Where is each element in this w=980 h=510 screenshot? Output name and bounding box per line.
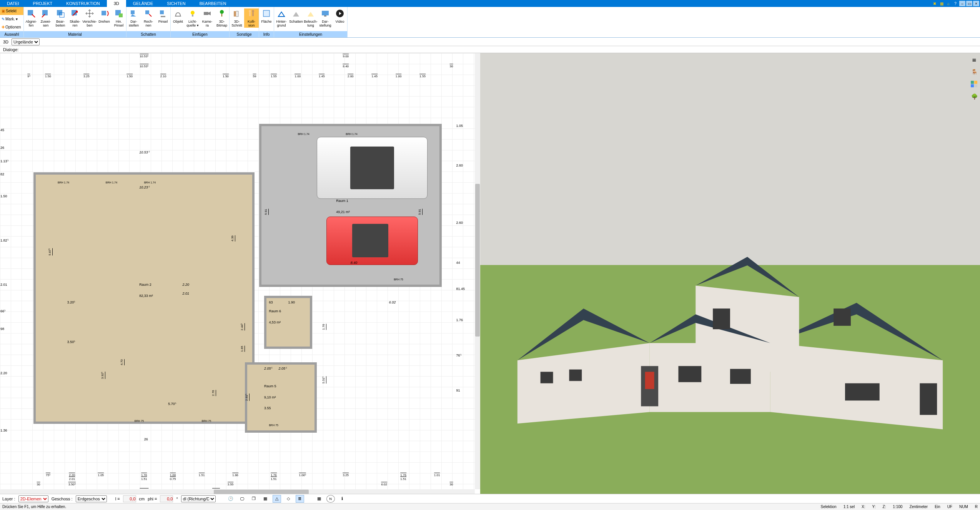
btn-abgreifen[interactable]: Abgrei-fen bbox=[24, 8, 38, 28]
btn-bearbeiten[interactable]: Bear-beiten bbox=[53, 8, 68, 28]
btn-zuweisen[interactable]: Zuwei-sen bbox=[38, 8, 53, 28]
north-icon[interactable]: N bbox=[326, 495, 335, 503]
btn-drehen[interactable]: Drehen bbox=[97, 8, 111, 24]
btn-3d-bitmap[interactable]: 3D-Bitmap bbox=[215, 8, 229, 28]
btn-3d-schnitt[interactable]: 3D-Schnitt bbox=[230, 8, 244, 28]
tool-icon[interactable]: ⌂ bbox=[945, 1, 952, 6]
grid-icon[interactable]: ▦ bbox=[315, 495, 323, 503]
btn-schatten-set[interactable]: Schatten bbox=[289, 8, 303, 24]
svg-rect-14 bbox=[234, 11, 236, 17]
layer-select[interactable]: Urgelände bbox=[12, 38, 40, 45]
brh: BRH 75 bbox=[394, 278, 403, 281]
close-icon[interactable]: × bbox=[973, 1, 979, 6]
dim: 1.51 bbox=[141, 477, 147, 481]
svg-rect-8 bbox=[175, 16, 181, 17]
minimize-icon[interactable]: – bbox=[959, 1, 965, 6]
dim: 1.13⁵ bbox=[0, 159, 9, 163]
l-unit: cm bbox=[139, 497, 145, 501]
status-uf: UF bbox=[947, 505, 952, 509]
btn-kamera[interactable]: Kame-ra bbox=[200, 8, 215, 28]
tab-bearbeiten[interactable]: BEARBEITEN bbox=[193, 0, 233, 7]
dl-select[interactable]: dl (Richtung/Di bbox=[181, 495, 216, 502]
dim: 1.90 bbox=[288, 300, 295, 304]
dim: 3.20⁵ bbox=[67, 300, 76, 304]
print3d-icon[interactable]: ❒ bbox=[250, 495, 258, 503]
layer-select[interactable]: 2D-Elemen bbox=[18, 495, 48, 502]
tab-3d[interactable]: 3D bbox=[107, 0, 126, 7]
tab-projekt[interactable]: PROJEKT bbox=[26, 0, 60, 7]
dim: 2.76 bbox=[211, 390, 216, 396]
btn-rechnen[interactable]: Rech-nen bbox=[141, 8, 156, 28]
btn-video[interactable]: Video bbox=[333, 8, 347, 24]
dim: 2.01 bbox=[69, 477, 75, 481]
monitor-icon[interactable]: 🖵 bbox=[238, 495, 246, 503]
room-2[interactable] bbox=[33, 172, 255, 424]
mark-button[interactable]: ✎Mark.▾ bbox=[0, 15, 23, 23]
vertical-scrollbar[interactable] bbox=[475, 53, 480, 489]
btn-lichtquelle[interactable]: Licht-quelle ▾ bbox=[185, 8, 200, 28]
tool-icon[interactable]: ✖ bbox=[932, 1, 938, 6]
dim: 10.53⁵ bbox=[139, 150, 150, 154]
dim: 0.75 bbox=[170, 477, 176, 481]
car-red[interactable] bbox=[326, 217, 418, 265]
layers2-icon[interactable]: ≣ bbox=[296, 495, 304, 503]
btn-objekt[interactable]: Objekt bbox=[171, 8, 185, 24]
l-input[interactable] bbox=[123, 495, 136, 502]
dim: 1.51 bbox=[400, 477, 406, 481]
titlebar-buttons: ✖ ▦ ⌂ ? – ▭ × bbox=[932, 0, 980, 7]
tab-gelaende[interactable]: GELÄNDE bbox=[126, 0, 160, 7]
dim: 1.76 bbox=[322, 324, 326, 330]
options-button[interactable]: ✚Optionen bbox=[0, 23, 23, 31]
btn-skalieren[interactable]: Skalie-ren bbox=[68, 8, 82, 28]
svg-rect-19 bbox=[263, 10, 270, 17]
dim: 5.67⁵ bbox=[48, 248, 53, 255]
palette-icon[interactable] bbox=[970, 80, 978, 88]
dim: 3.25 bbox=[343, 473, 349, 477]
btn-pinsel[interactable]: Pinsel bbox=[156, 8, 170, 24]
dim: 1.50 bbox=[223, 74, 229, 78]
btn-hin-pinsel[interactable]: Hin.Pinsel bbox=[111, 8, 126, 28]
info-icon[interactable]: ℹ bbox=[338, 495, 346, 503]
group-label: Auswahl bbox=[0, 31, 23, 37]
svg-marker-23 bbox=[517, 343, 650, 423]
btn-flaeche[interactable]: Fläche bbox=[259, 8, 274, 24]
room-5[interactable] bbox=[245, 362, 317, 433]
btn-darstellung[interactable]: Dar-stellung bbox=[318, 8, 333, 28]
restore-icon[interactable]: ▭ bbox=[966, 1, 972, 6]
btn-darstellen[interactable]: Dar-stellen bbox=[126, 8, 141, 28]
btn-verschieben[interactable]: Verschie-ben bbox=[82, 8, 97, 28]
status-x: X: bbox=[862, 505, 865, 509]
dim: 2.60 bbox=[456, 221, 463, 225]
svg-point-9 bbox=[191, 11, 195, 15]
help-icon[interactable]: ? bbox=[952, 1, 958, 6]
btn-kollision[interactable]: Kolli-sion bbox=[244, 8, 259, 28]
dim: 3.25 bbox=[83, 74, 90, 78]
floor-select[interactable]: Erdgeschos bbox=[76, 495, 107, 502]
tree-icon[interactable]: 🌳 bbox=[970, 92, 978, 101]
layers-icon[interactable]: ≣ bbox=[970, 55, 978, 64]
tab-konstruktion[interactable]: KONSTRUKTION bbox=[59, 0, 106, 7]
furniture-icon[interactable]: 🪑 bbox=[970, 68, 978, 76]
roof-icon[interactable]: △ bbox=[273, 495, 281, 503]
btn-beleuchtung[interactable]: Beleuch-tung bbox=[303, 8, 318, 28]
select-button[interactable]: ▣Selekt bbox=[0, 7, 23, 15]
phi-input[interactable] bbox=[160, 495, 173, 502]
btn-hintergrund[interactable]: Hinter-grund bbox=[274, 8, 289, 28]
car-white[interactable] bbox=[317, 137, 427, 199]
tool-icon[interactable]: ▦ bbox=[938, 1, 945, 6]
floorplan-view[interactable]: 10.53⁵ 9.00 10.53⁵ 8.40 30 9⁵ 1.50 3.25 … bbox=[0, 53, 480, 495]
dim: 5.91 bbox=[264, 209, 269, 215]
room-dim: 3.55 bbox=[264, 406, 271, 410]
dim: 2.01 bbox=[183, 292, 190, 295]
history-icon[interactable]: 🕑 bbox=[226, 495, 235, 503]
main-split: 10.53⁵ 9.00 10.53⁵ 8.40 30 9⁵ 1.50 3.25 … bbox=[0, 53, 980, 495]
tab-datei[interactable]: DATEI bbox=[0, 0, 26, 7]
diamond-icon[interactable]: ◇ bbox=[284, 495, 293, 503]
stack-icon[interactable]: ▦ bbox=[261, 495, 270, 503]
3d-view[interactable]: ≣ 🪑 🌳 bbox=[480, 53, 980, 495]
dim: 6.02 bbox=[381, 482, 387, 486]
status-y: Y: bbox=[872, 505, 876, 509]
tab-sichten[interactable]: SICHTEN bbox=[160, 0, 192, 7]
dim: 1.05 bbox=[98, 473, 104, 477]
ribbon-group-info: Fläche Info bbox=[259, 7, 274, 37]
